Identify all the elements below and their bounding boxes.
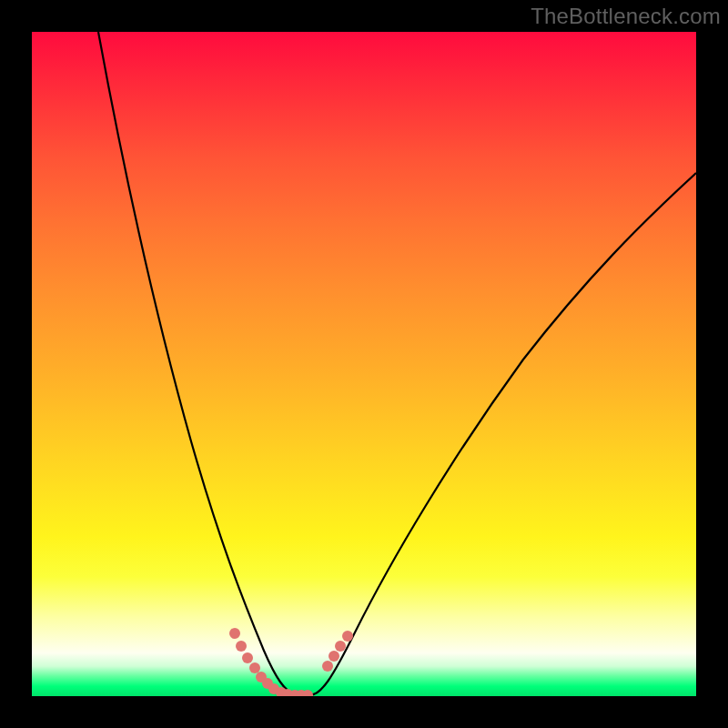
watermark-text: TheBottleneck.com [531, 4, 721, 29]
chart-frame: TheBottleneck.com [0, 0, 728, 728]
plot-gradient-background [32, 32, 696, 696]
